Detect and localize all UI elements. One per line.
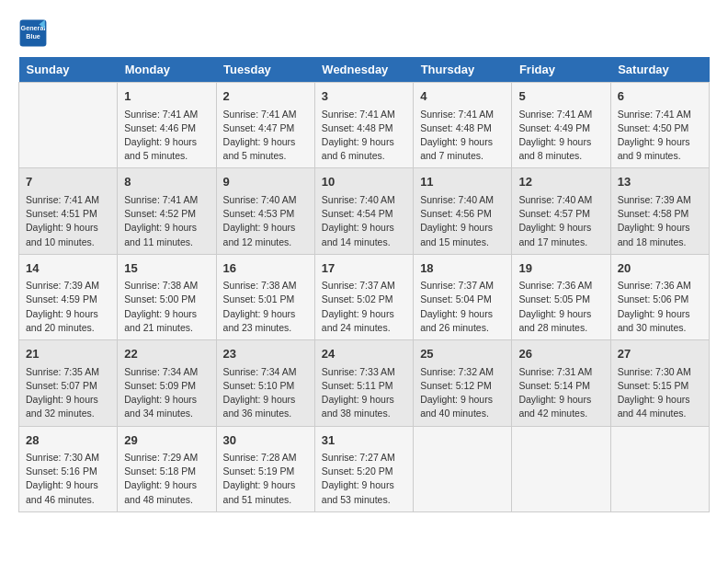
cell-line: and 15 minutes. (420, 236, 489, 247)
cell-content: Sunrise: 7:37 AMSunset: 5:02 PMDaylight:… (322, 279, 406, 335)
cell-line: Daylight: 9 hours (26, 308, 98, 319)
calendar-cell: 2Sunrise: 7:41 AMSunset: 4:47 PMDaylight… (216, 83, 314, 168)
calendar-cell: 29Sunrise: 7:29 AMSunset: 5:18 PMDayligh… (118, 426, 216, 511)
cell-line: and 23 minutes. (223, 322, 292, 333)
cell-content: Sunrise: 7:34 AMSunset: 5:09 PMDaylight:… (124, 365, 209, 421)
cell-line: and 7 minutes. (420, 150, 483, 161)
cell-line: Daylight: 9 hours (223, 479, 296, 490)
weekday-header-row: SundayMondayTuesdayWednesdayThursdayFrid… (19, 57, 710, 83)
calendar-cell: 20Sunrise: 7:36 AMSunset: 5:06 PMDayligh… (610, 254, 709, 339)
cell-line: Daylight: 9 hours (518, 394, 591, 405)
cell-line: and 11 minutes. (124, 236, 193, 247)
cell-content: Sunrise: 7:41 AMSunset: 4:47 PMDaylight:… (223, 108, 308, 164)
cell-content: Sunrise: 7:41 AMSunset: 4:46 PMDaylight:… (124, 108, 209, 164)
cell-line: and 26 minutes. (420, 322, 489, 333)
cell-line: Sunrise: 7:41 AM (518, 109, 592, 120)
calendar-cell: 12Sunrise: 7:40 AMSunset: 4:57 PMDayligh… (512, 168, 610, 254)
cell-content: Sunrise: 7:40 AMSunset: 4:54 PMDaylight:… (322, 193, 406, 249)
cell-line: Daylight: 9 hours (223, 222, 296, 233)
calendar-cell: 10Sunrise: 7:40 AMSunset: 4:54 PMDayligh… (314, 168, 413, 254)
day-number: 17 (322, 259, 406, 278)
day-number: 27 (618, 345, 702, 363)
cell-line: Sunset: 5:02 PM (322, 293, 393, 304)
calendar-cell: 30Sunrise: 7:28 AMSunset: 5:19 PMDayligh… (216, 426, 314, 511)
cell-line: Sunset: 5:07 PM (26, 380, 97, 391)
day-number: 1 (124, 87, 209, 106)
cell-line: Sunrise: 7:31 AM (518, 366, 592, 377)
day-number: 7 (26, 173, 110, 191)
cell-line: Sunrise: 7:40 AM (223, 194, 297, 205)
calendar-cell: 11Sunrise: 7:40 AMSunset: 4:56 PMDayligh… (414, 168, 512, 254)
cell-line: and 14 minutes. (322, 236, 391, 247)
cell-line: Sunrise: 7:36 AM (618, 280, 691, 291)
day-number: 30 (223, 431, 308, 450)
cell-line: Sunset: 5:19 PM (223, 465, 295, 477)
weekday-header-tuesday: Tuesday (216, 57, 314, 83)
cell-line: Sunset: 5:16 PM (26, 465, 97, 477)
cell-line: and 53 minutes. (322, 494, 391, 505)
cell-line: Sunset: 5:12 PM (420, 380, 492, 391)
weekday-header-thursday: Thursday (414, 57, 512, 83)
cell-line: Daylight: 9 hours (518, 308, 591, 319)
day-number: 4 (420, 87, 505, 106)
cell-line: and 40 minutes. (420, 408, 489, 419)
day-number: 25 (420, 345, 505, 363)
cell-line: Daylight: 9 hours (420, 136, 493, 147)
cell-line: Sunrise: 7:28 AM (223, 452, 297, 463)
cell-line: Sunrise: 7:30 AM (26, 452, 99, 463)
cell-content: Sunrise: 7:41 AMSunset: 4:50 PMDaylight:… (618, 108, 702, 164)
cell-line: Daylight: 9 hours (322, 479, 394, 490)
cell-line: and 24 minutes. (322, 322, 391, 333)
day-number: 29 (124, 431, 209, 450)
cell-line: and 12 minutes. (223, 236, 292, 247)
cell-line: Daylight: 9 hours (618, 136, 690, 147)
calendar-cell: 9Sunrise: 7:40 AMSunset: 4:53 PMDaylight… (216, 168, 314, 254)
cell-content: Sunrise: 7:36 AMSunset: 5:05 PMDaylight:… (518, 279, 603, 335)
cell-line: Sunset: 5:00 PM (124, 293, 196, 304)
cell-line: Sunrise: 7:34 AM (223, 366, 297, 377)
cell-content: Sunrise: 7:37 AMSunset: 5:04 PMDaylight:… (420, 279, 505, 335)
calendar-week-row: 1Sunrise: 7:41 AMSunset: 4:46 PMDaylight… (19, 83, 710, 168)
calendar-cell (610, 426, 709, 511)
cell-line: Daylight: 9 hours (124, 479, 197, 490)
calendar-cell: 17Sunrise: 7:37 AMSunset: 5:02 PMDayligh… (314, 254, 413, 339)
cell-line: Sunrise: 7:41 AM (322, 109, 395, 120)
cell-content: Sunrise: 7:41 AMSunset: 4:48 PMDaylight:… (420, 108, 505, 164)
calendar-cell: 13Sunrise: 7:39 AMSunset: 4:58 PMDayligh… (610, 168, 709, 254)
cell-line: Sunrise: 7:30 AM (618, 366, 691, 377)
day-number: 6 (618, 87, 702, 106)
calendar-cell: 28Sunrise: 7:30 AMSunset: 5:16 PMDayligh… (19, 426, 118, 511)
day-number: 3 (322, 87, 406, 106)
cell-line: and 32 minutes. (26, 408, 95, 419)
cell-line: Sunrise: 7:34 AM (124, 366, 198, 377)
cell-content: Sunrise: 7:41 AMSunset: 4:48 PMDaylight:… (322, 108, 406, 164)
cell-line: Daylight: 9 hours (420, 394, 493, 405)
cell-line: Daylight: 9 hours (26, 394, 98, 405)
calendar-week-row: 28Sunrise: 7:30 AMSunset: 5:16 PMDayligh… (19, 426, 710, 511)
cell-line: Sunrise: 7:41 AM (223, 109, 297, 120)
cell-line: Sunset: 4:47 PM (223, 122, 295, 133)
cell-line: and 48 minutes. (124, 494, 193, 505)
cell-content: Sunrise: 7:39 AMSunset: 4:59 PMDaylight:… (26, 279, 110, 335)
calendar-cell: 7Sunrise: 7:41 AMSunset: 4:51 PMDaylight… (19, 168, 118, 254)
day-number: 24 (322, 345, 406, 363)
cell-line: Daylight: 9 hours (26, 479, 98, 490)
cell-line: and 42 minutes. (518, 408, 587, 419)
logo-icon: General Blue (18, 18, 48, 48)
cell-line: Daylight: 9 hours (223, 136, 296, 147)
weekday-header-wednesday: Wednesday (314, 57, 413, 83)
cell-line: Daylight: 9 hours (518, 222, 591, 233)
cell-line: Sunset: 4:56 PM (420, 208, 492, 219)
cell-line: and 5 minutes. (223, 150, 287, 161)
calendar-cell: 15Sunrise: 7:38 AMSunset: 5:00 PMDayligh… (118, 254, 216, 339)
cell-line: Daylight: 9 hours (618, 308, 690, 319)
cell-line: Sunrise: 7:37 AM (420, 280, 494, 291)
cell-line: and 6 minutes. (322, 150, 385, 161)
cell-line: and 20 minutes. (26, 322, 95, 333)
calendar-week-row: 7Sunrise: 7:41 AMSunset: 4:51 PMDaylight… (19, 168, 710, 254)
calendar-cell: 18Sunrise: 7:37 AMSunset: 5:04 PMDayligh… (414, 254, 512, 339)
cell-content: Sunrise: 7:41 AMSunset: 4:52 PMDaylight:… (124, 193, 209, 249)
cell-line: Sunset: 5:14 PM (518, 380, 590, 391)
cell-content: Sunrise: 7:34 AMSunset: 5:10 PMDaylight:… (223, 365, 308, 421)
calendar-cell: 23Sunrise: 7:34 AMSunset: 5:10 PMDayligh… (216, 340, 314, 426)
